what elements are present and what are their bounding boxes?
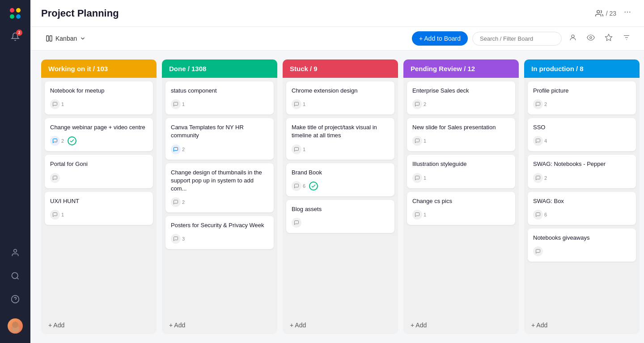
chat-indicator: 1: [412, 210, 426, 220]
card-title: Make title of project/task visual in tim…: [292, 123, 389, 140]
card[interactable]: Enterprise Sales deck2: [407, 81, 515, 114]
chat-indicator: 1: [292, 144, 305, 154]
card[interactable]: Blog assets: [286, 200, 394, 233]
chat-indicator: 2: [171, 144, 185, 154]
column-header: Stuck / 9: [283, 59, 398, 78]
card-title: UX/I HUNT: [50, 197, 148, 205]
card[interactable]: New slide for Sales presentation1: [407, 118, 515, 151]
add-card-button[interactable]: + Add: [169, 320, 185, 330]
filter-button[interactable]: [620, 32, 633, 45]
chat-indicator: 2: [171, 197, 185, 207]
more-options-button[interactable]: [622, 6, 633, 20]
card[interactable]: Change design of thumbnails in the suppo…: [165, 163, 274, 213]
chat-bubble-icon: [171, 144, 181, 154]
check-icon: [309, 182, 318, 191]
add-to-board-button[interactable]: + Add to Board: [412, 31, 468, 46]
card[interactable]: Canva Templates for NY HR community2: [165, 118, 274, 159]
chat-indicator: 2: [533, 99, 547, 109]
search-input[interactable]: [472, 32, 562, 46]
column-header: In production / 8: [524, 59, 640, 78]
card-footer: 6: [292, 181, 389, 191]
card-title: New slide for Sales presentation: [412, 123, 510, 131]
add-card-button[interactable]: + Add: [48, 320, 64, 330]
kanban-view-button[interactable]: Kanban: [41, 32, 90, 45]
card[interactable]: Change webinar page + video centre2: [45, 118, 153, 151]
board-area: Working on it / 103Notebook for meetup1C…: [30, 51, 644, 343]
chat-indicator: [292, 218, 301, 228]
svg-point-3: [16, 14, 21, 19]
chat-bubble-icon: [171, 99, 181, 109]
card-footer: 1: [412, 173, 510, 183]
card[interactable]: Chrome extension design1: [286, 81, 394, 114]
chat-indicator: 1: [292, 99, 305, 109]
chat-indicator: 4: [533, 136, 547, 146]
card[interactable]: Notebook for meetup1: [45, 81, 153, 114]
chat-count: 2: [424, 102, 426, 107]
card-footer: 1: [292, 144, 389, 154]
sidebar-bottom: [7, 245, 23, 338]
chat-bubble-icon: [292, 218, 301, 228]
chat-count: 6: [303, 183, 305, 189]
chat-count: 1: [424, 175, 426, 181]
chat-indicator: 2: [533, 173, 547, 183]
chat-indicator: [50, 173, 60, 183]
svg-point-12: [625, 12, 626, 13]
column-body: Profile picture2SSO4SWAG: Notebooks - Pe…: [524, 78, 640, 316]
card-footer: 4: [533, 136, 631, 146]
search-icon[interactable]: [7, 268, 23, 284]
card[interactable]: Change cs pics1: [407, 192, 515, 225]
chat-indicator: 1: [50, 210, 64, 220]
chat-bubble-icon: [533, 136, 543, 146]
chat-indicator: 1: [171, 99, 185, 109]
members-icon: [595, 9, 603, 17]
view-toggle-button[interactable]: [584, 32, 597, 45]
chat-bubble-icon: [292, 144, 301, 154]
people-icon[interactable]: [7, 245, 23, 261]
svg-point-17: [572, 35, 574, 38]
card[interactable]: UX/I HUNT1: [45, 192, 153, 225]
chat-bubble-icon: [171, 234, 181, 244]
notification-bell-icon[interactable]: 2: [7, 29, 23, 45]
card[interactable]: Notebooks giveaways: [528, 229, 636, 262]
profile-filter-button[interactable]: [566, 32, 580, 45]
card[interactable]: Illustration styleguide1: [407, 155, 515, 188]
card[interactable]: Brand Book6: [286, 163, 394, 196]
card-title: Notebooks giveaways: [533, 234, 631, 242]
card-title: Brand Book: [292, 169, 389, 177]
header-right: / 23: [595, 6, 633, 20]
chat-count: 4: [544, 138, 547, 144]
chat-bubble-icon: [412, 210, 422, 220]
favorite-button[interactable]: [602, 32, 615, 45]
chat-bubble-icon: [412, 136, 422, 146]
notification-badge: 2: [16, 30, 22, 36]
chevron-down-icon: [80, 35, 86, 42]
card[interactable]: Posters for Security & Privacy Week3: [165, 216, 274, 249]
card-title: Posters for Security & Privacy Week: [171, 221, 268, 229]
card[interactable]: SWAG: Notebooks - Pepper2: [528, 155, 636, 188]
user-avatar[interactable]: [7, 318, 23, 334]
card-title: Notebook for meetup: [50, 87, 148, 95]
card[interactable]: Portal for Goni: [45, 155, 153, 188]
chat-indicator: 1: [50, 99, 64, 109]
chat-count: 6: [544, 212, 547, 217]
app-logo[interactable]: [7, 5, 23, 21]
svg-point-2: [10, 14, 14, 19]
card[interactable]: Profile picture2: [528, 81, 636, 114]
card[interactable]: SSO4: [528, 118, 636, 151]
kanban-icon: [46, 35, 53, 42]
card[interactable]: SWAG: Box6: [528, 192, 636, 225]
card-title: status component: [171, 87, 268, 95]
svg-marker-19: [606, 34, 612, 41]
chat-count: 1: [303, 147, 305, 152]
chat-indicator: [533, 246, 543, 256]
chat-count: 1: [303, 102, 305, 107]
help-icon[interactable]: [7, 291, 23, 307]
add-card-button[interactable]: + Add: [411, 320, 427, 330]
add-card-button[interactable]: + Add: [290, 320, 306, 330]
chat-bubble-icon: [50, 210, 60, 220]
add-card-button[interactable]: + Add: [531, 320, 547, 330]
card-title: Change webinar page + video centre: [50, 123, 148, 131]
card-footer: 2: [50, 136, 148, 146]
card[interactable]: status component1: [165, 81, 274, 114]
card[interactable]: Make title of project/task visual in tim…: [286, 118, 394, 159]
